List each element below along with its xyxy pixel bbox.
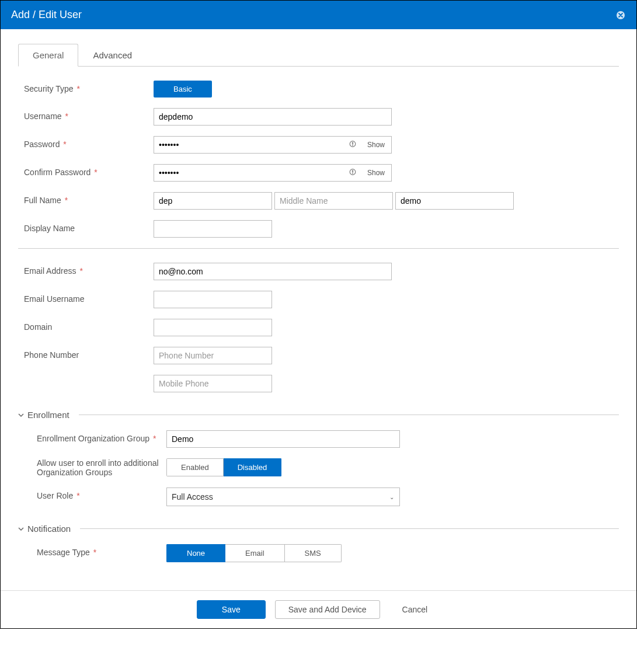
label-phone-number: Phone Number xyxy=(24,347,154,360)
confirm-password-show-toggle[interactable]: Show xyxy=(367,169,385,177)
tabs: General Advanced xyxy=(18,43,619,67)
close-icon xyxy=(616,11,625,20)
modal-body: General Advanced Security Type * Basic U… xyxy=(1,29,636,590)
enrollment-org-group-input[interactable] xyxy=(166,430,400,448)
save-button[interactable]: Save xyxy=(197,600,266,619)
label-enrollment-org-group: Enrollment Organization Group * xyxy=(37,430,166,443)
tab-general[interactable]: General xyxy=(18,44,78,67)
message-type-sms-button[interactable]: SMS xyxy=(285,544,342,562)
middle-name-input[interactable] xyxy=(274,192,393,210)
allow-enroll-toggle: Enabled Disabled xyxy=(166,458,281,476)
first-name-input[interactable] xyxy=(154,192,272,210)
label-security-type: Security Type * xyxy=(24,81,154,93)
label-full-name: Full Name * xyxy=(24,192,154,205)
chevron-down-icon xyxy=(18,410,24,420)
section-notification-title: Notification xyxy=(27,524,71,534)
label-confirm-password: Confirm Password * xyxy=(24,164,154,177)
label-domain: Domain xyxy=(24,319,154,332)
cancel-button[interactable]: Cancel xyxy=(389,601,441,618)
phone-number-input[interactable] xyxy=(154,347,272,364)
divider xyxy=(18,248,619,249)
label-message-type: Message Type * xyxy=(37,544,166,557)
label-email-address: Email Address * xyxy=(24,263,154,276)
password-show-toggle[interactable]: Show xyxy=(367,141,385,149)
last-name-input[interactable] xyxy=(395,192,514,210)
user-role-select[interactable]: Full Access xyxy=(166,488,400,506)
email-address-input[interactable] xyxy=(154,263,392,280)
label-password: Password * xyxy=(24,136,154,149)
close-button[interactable] xyxy=(615,10,626,20)
domain-input[interactable] xyxy=(154,319,272,336)
username-input[interactable] xyxy=(154,108,392,126)
message-type-email-button[interactable]: Email xyxy=(225,544,285,562)
security-type-basic-button[interactable]: Basic xyxy=(154,81,212,98)
tab-advanced[interactable]: Advanced xyxy=(78,44,147,67)
message-type-toggle: None Email SMS xyxy=(166,544,342,562)
confirm-password-key-icon xyxy=(349,168,357,178)
label-allow-enroll: Allow user to enroll into additional Org… xyxy=(37,458,166,477)
display-name-input[interactable] xyxy=(154,220,272,238)
modal-footer: Save Save and Add Device Cancel xyxy=(1,590,636,628)
allow-enroll-disabled-button[interactable]: Disabled xyxy=(224,458,282,476)
label-display-name: Display Name xyxy=(24,220,154,233)
email-username-input[interactable] xyxy=(154,291,272,308)
label-email-username: Email Username xyxy=(24,291,154,304)
modal-header: Add / Edit User xyxy=(1,1,636,29)
chevron-down-icon xyxy=(18,524,24,534)
mobile-phone-input[interactable] xyxy=(154,375,272,392)
label-username: Username * xyxy=(24,108,154,121)
password-key-icon xyxy=(349,140,357,150)
allow-enroll-enabled-button[interactable]: Enabled xyxy=(166,458,224,476)
section-notification-toggle[interactable]: Notification xyxy=(18,524,619,534)
add-edit-user-modal: Add / Edit User General Advanced Securit… xyxy=(0,0,637,629)
form-general: Security Type * Basic Username * Passwor… xyxy=(18,67,619,562)
section-enrollment-toggle[interactable]: Enrollment xyxy=(18,410,619,420)
modal-title: Add / Edit User xyxy=(11,9,82,21)
save-and-add-device-button[interactable]: Save and Add Device xyxy=(275,600,380,619)
section-enrollment-title: Enrollment xyxy=(27,410,69,420)
label-user-role: User Role * xyxy=(37,488,166,500)
message-type-none-button[interactable]: None xyxy=(166,544,225,562)
